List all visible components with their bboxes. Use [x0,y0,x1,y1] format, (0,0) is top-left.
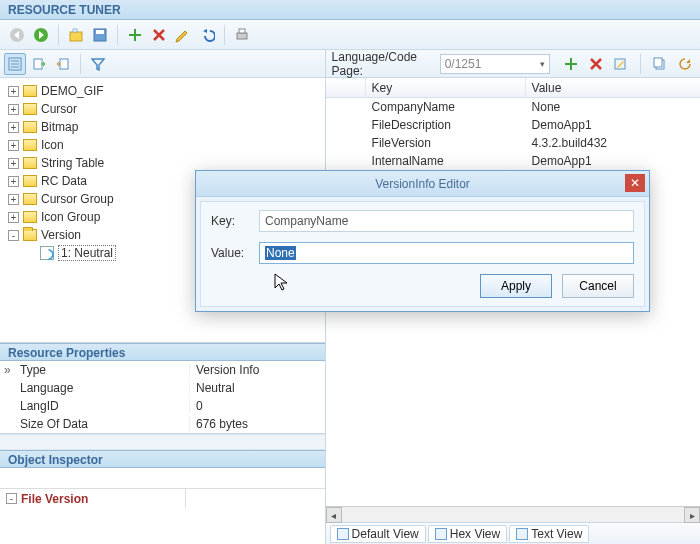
cancel-button[interactable]: Cancel [562,274,634,298]
dialog-title-bar[interactable]: VersionInfo Editor ✕ [196,171,649,197]
svg-rect-12 [654,58,662,67]
versioninfo-editor-dialog: VersionInfo Editor ✕ Key: CompanyName Va… [195,170,650,312]
toolbar-separator [640,54,641,74]
hex-icon [435,528,447,540]
toolbar-separator [224,25,225,45]
expand-icon[interactable]: + [8,104,19,115]
prop-value: Version Info [190,363,259,377]
svg-rect-4 [96,30,104,34]
toolbar-separator [117,25,118,45]
dialog-title: VersionInfo Editor [375,177,470,191]
folder-icon [23,157,37,169]
folder-icon [23,193,37,205]
props-row: TypeVersion Info [0,361,325,379]
resource-properties: TypeVersion Info LanguageNeutral LangID0… [0,361,325,434]
main-toolbar [0,20,700,50]
resource-properties-header: Resource Properties [0,343,325,361]
table-header: Key Value [326,78,700,98]
col-key[interactable]: Key [366,78,526,97]
undo-button[interactable] [196,24,218,46]
scroll-left-icon[interactable]: ◂ [326,507,342,523]
collapse-icon[interactable]: - [6,493,17,504]
key-label: Key: [211,214,251,228]
tree-view-icon[interactable] [4,53,26,75]
tab-default-view[interactable]: Default View [330,525,426,543]
add-button[interactable] [124,24,146,46]
expand-icon[interactable]: + [8,122,19,133]
folder-icon [23,85,37,97]
toolbar-separator [80,54,81,74]
props-row: Size Of Data676 bytes [0,415,325,433]
nav-back-button[interactable] [6,24,28,46]
expand-icon[interactable]: + [8,212,19,223]
folder-icon [23,211,37,223]
tab-hex-view[interactable]: Hex View [428,525,507,543]
table-row[interactable]: InternalNameDemoApp1 [326,152,700,170]
expand-icon[interactable]: + [8,158,19,169]
prop-value: Neutral [190,381,235,395]
language-combo[interactable]: 0/1251▾ [440,54,550,74]
scroll-right-icon[interactable]: ▸ [684,507,700,523]
collapse-icon[interactable]: - [8,230,19,241]
app-title: RESOURCE TUNER [8,3,121,17]
chevron-down-icon: ▾ [540,59,545,69]
object-inspector: - File Version [0,468,325,544]
svg-rect-5 [237,33,247,39]
value-table: Key Value CompanyNameNone FileDescriptio… [326,78,700,170]
print-button[interactable] [231,24,253,46]
svg-rect-6 [239,29,245,33]
tab-text-view[interactable]: Text View [509,525,589,543]
file-version-value [185,489,325,508]
open-button[interactable] [65,24,87,46]
folder-icon [23,121,37,133]
view-tabs: Default View Hex View Text View [326,522,700,544]
expand-icon[interactable]: + [8,176,19,187]
app-title-bar: RESOURCE TUNER [0,0,700,20]
horizontal-scrollbar[interactable]: ◂ ▸ [326,506,700,522]
nav-forward-button[interactable] [30,24,52,46]
tree-item[interactable]: +Icon [6,136,319,154]
apply-button[interactable]: Apply [480,274,552,298]
svg-rect-8 [34,59,42,69]
table-row[interactable]: CompanyNameNone [326,98,700,116]
import-icon[interactable] [52,53,74,75]
save-button[interactable] [89,24,111,46]
expand-icon[interactable]: + [8,140,19,151]
tree-item[interactable]: +Bitmap [6,118,319,136]
folder-icon [23,103,37,115]
delete-button[interactable] [148,24,170,46]
edit-key-button[interactable] [611,53,630,75]
filter-icon[interactable] [87,53,109,75]
export-icon[interactable] [28,53,50,75]
copy-button[interactable] [651,53,670,75]
folder-icon [23,139,37,151]
table-row[interactable]: FileDescriptionDemoApp1 [326,116,700,134]
folder-icon [23,175,37,187]
prop-key: Type [0,363,190,377]
delete-key-button[interactable] [586,53,605,75]
tree-toolbar [0,50,325,78]
refresh-button[interactable] [675,53,694,75]
resource-leaf-icon [40,246,54,260]
toolbar-separator [58,25,59,45]
panel-gap [0,434,325,450]
close-button[interactable]: ✕ [625,174,645,192]
tree-item[interactable]: +Cursor [6,100,319,118]
table-row[interactable]: FileVersion4.3.2.build432 [326,134,700,152]
expand-icon[interactable]: + [8,194,19,205]
key-input[interactable]: CompanyName [259,210,634,232]
prop-value: 676 bytes [190,417,248,431]
prop-key: LangID [0,399,190,413]
col-value[interactable]: Value [526,78,700,97]
prop-value: 0 [190,399,203,413]
expand-icon[interactable]: + [8,86,19,97]
edit-button[interactable] [172,24,194,46]
tree-item[interactable]: +DEMO_GIF [6,82,319,100]
props-row: LanguageNeutral [0,379,325,397]
file-version-row[interactable]: - File Version [0,488,325,508]
value-label: Value: [211,246,251,260]
right-toolbar: Language/Code Page: 0/1251▾ [326,50,700,78]
add-key-button[interactable] [562,53,581,75]
object-inspector-header: Object Inspector [0,450,325,468]
value-input[interactable]: None [259,242,634,264]
